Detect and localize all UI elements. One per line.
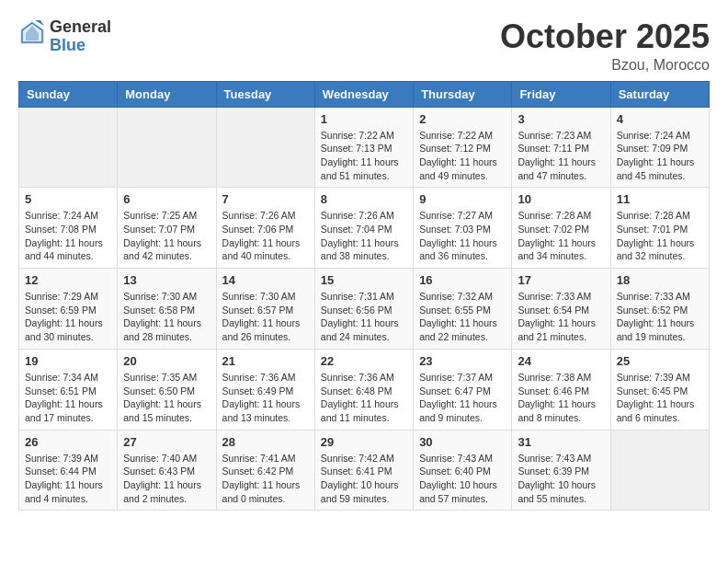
cell-week5-day2: 27Sunrise: 7:40 AM Sunset: 6:43 PM Dayli… (118, 430, 216, 511)
day-info: Sunrise: 7:27 AM Sunset: 7:03 PM Dayligh… (419, 209, 506, 263)
day-number: 1 (321, 112, 407, 126)
cell-week4-day4: 22Sunrise: 7:36 AM Sunset: 6:48 PM Dayli… (314, 349, 413, 430)
day-info: Sunrise: 7:39 AM Sunset: 6:44 PM Dayligh… (25, 452, 111, 506)
cell-week3-day3: 14Sunrise: 7:30 AM Sunset: 6:57 PM Dayli… (216, 269, 314, 350)
day-info: Sunrise: 7:31 AM Sunset: 6:56 PM Dayligh… (321, 290, 407, 344)
day-number: 25 (617, 354, 703, 368)
cell-week2-day2: 6Sunrise: 7:25 AM Sunset: 7:07 PM Daylig… (118, 188, 216, 269)
week-row-1: 1Sunrise: 7:22 AM Sunset: 7:13 PM Daylig… (19, 107, 710, 188)
day-number: 4 (617, 112, 703, 126)
day-number: 29 (321, 435, 407, 449)
cell-week1-day3 (216, 107, 314, 188)
cell-week2-day5: 9Sunrise: 7:27 AM Sunset: 7:03 PM Daylig… (414, 188, 512, 269)
cell-week5-day1: 26Sunrise: 7:39 AM Sunset: 6:44 PM Dayli… (19, 430, 118, 511)
cell-week3-day7: 18Sunrise: 7:33 AM Sunset: 6:52 PM Dayli… (610, 269, 709, 350)
header-sunday: Sunday (19, 81, 118, 107)
day-number: 26 (25, 435, 111, 449)
day-info: Sunrise: 7:28 AM Sunset: 7:01 PM Dayligh… (617, 209, 703, 263)
day-number: 6 (123, 192, 210, 206)
cell-week1-day4: 1Sunrise: 7:22 AM Sunset: 7:13 PM Daylig… (314, 107, 413, 188)
logo-icon (18, 18, 46, 46)
day-info: Sunrise: 7:36 AM Sunset: 6:48 PM Dayligh… (321, 371, 407, 425)
header-tuesday: Tuesday (216, 81, 314, 107)
day-info: Sunrise: 7:43 AM Sunset: 6:40 PM Dayligh… (419, 452, 506, 506)
cell-week4-day3: 21Sunrise: 7:36 AM Sunset: 6:49 PM Dayli… (216, 349, 314, 430)
day-number: 9 (419, 192, 506, 206)
cell-week1-day7: 4Sunrise: 7:24 AM Sunset: 7:09 PM Daylig… (610, 107, 709, 188)
header: General Blue October 2025 Bzou, Morocco (18, 18, 710, 74)
day-number: 31 (518, 435, 604, 449)
day-number: 5 (25, 192, 111, 206)
location: Bzou, Morocco (500, 57, 710, 74)
cell-week5-day7 (610, 430, 709, 511)
page: General Blue October 2025 Bzou, Morocco … (0, 0, 728, 529)
logo-text: General Blue (50, 18, 111, 55)
cell-week1-day2 (118, 107, 216, 188)
day-number: 3 (518, 112, 604, 126)
cell-week3-day6: 17Sunrise: 7:33 AM Sunset: 6:54 PM Dayli… (512, 269, 610, 350)
cell-week4-day7: 25Sunrise: 7:39 AM Sunset: 6:45 PM Dayli… (610, 349, 709, 430)
cell-week3-day2: 13Sunrise: 7:30 AM Sunset: 6:58 PM Dayli… (118, 269, 216, 350)
logo-blue-text: Blue (50, 37, 111, 55)
day-info: Sunrise: 7:26 AM Sunset: 7:06 PM Dayligh… (222, 209, 309, 263)
cell-week5-day6: 31Sunrise: 7:43 AM Sunset: 6:39 PM Dayli… (512, 430, 610, 511)
day-info: Sunrise: 7:34 AM Sunset: 6:51 PM Dayligh… (25, 371, 111, 425)
header-saturday: Saturday (610, 81, 709, 107)
cell-week2-day7: 11Sunrise: 7:28 AM Sunset: 7:01 PM Dayli… (610, 188, 709, 269)
day-number: 21 (222, 354, 309, 368)
cell-week4-day1: 19Sunrise: 7:34 AM Sunset: 6:51 PM Dayli… (19, 349, 118, 430)
month-title: October 2025 (500, 18, 710, 55)
day-info: Sunrise: 7:26 AM Sunset: 7:04 PM Dayligh… (321, 209, 407, 263)
week-row-2: 5Sunrise: 7:24 AM Sunset: 7:08 PM Daylig… (19, 188, 710, 269)
cell-week2-day3: 7Sunrise: 7:26 AM Sunset: 7:06 PM Daylig… (216, 188, 314, 269)
weekday-header-row: Sunday Monday Tuesday Wednesday Thursday… (19, 81, 710, 107)
day-info: Sunrise: 7:22 AM Sunset: 7:13 PM Dayligh… (321, 129, 407, 183)
cell-week3-day5: 16Sunrise: 7:32 AM Sunset: 6:55 PM Dayli… (414, 269, 512, 350)
day-info: Sunrise: 7:24 AM Sunset: 7:09 PM Dayligh… (617, 129, 703, 183)
day-info: Sunrise: 7:23 AM Sunset: 7:11 PM Dayligh… (518, 129, 604, 183)
day-info: Sunrise: 7:42 AM Sunset: 6:41 PM Dayligh… (321, 452, 407, 506)
week-row-4: 19Sunrise: 7:34 AM Sunset: 6:51 PM Dayli… (19, 349, 710, 430)
day-number: 20 (123, 354, 210, 368)
day-number: 14 (222, 273, 309, 287)
day-number: 30 (419, 435, 506, 449)
day-number: 22 (321, 354, 407, 368)
day-info: Sunrise: 7:29 AM Sunset: 6:59 PM Dayligh… (25, 290, 111, 344)
cell-week1-day1 (19, 107, 118, 188)
cell-week4-day5: 23Sunrise: 7:37 AM Sunset: 6:47 PM Dayli… (414, 349, 512, 430)
day-number: 17 (518, 273, 604, 287)
day-number: 28 (222, 435, 309, 449)
day-info: Sunrise: 7:37 AM Sunset: 6:47 PM Dayligh… (419, 371, 506, 425)
day-number: 8 (321, 192, 407, 206)
day-number: 27 (123, 435, 210, 449)
day-number: 24 (518, 354, 604, 368)
day-info: Sunrise: 7:28 AM Sunset: 7:02 PM Dayligh… (518, 209, 604, 263)
day-number: 11 (617, 192, 703, 206)
day-info: Sunrise: 7:30 AM Sunset: 6:57 PM Dayligh… (222, 290, 309, 344)
header-wednesday: Wednesday (314, 81, 413, 107)
cell-week5-day4: 29Sunrise: 7:42 AM Sunset: 6:41 PM Dayli… (314, 430, 413, 511)
day-number: 23 (419, 354, 506, 368)
day-number: 10 (518, 192, 604, 206)
day-info: Sunrise: 7:33 AM Sunset: 6:52 PM Dayligh… (617, 290, 703, 344)
day-info: Sunrise: 7:35 AM Sunset: 6:50 PM Dayligh… (123, 371, 210, 425)
day-info: Sunrise: 7:36 AM Sunset: 6:49 PM Dayligh… (222, 371, 309, 425)
day-number: 16 (419, 273, 506, 287)
cell-week1-day6: 3Sunrise: 7:23 AM Sunset: 7:11 PM Daylig… (512, 107, 610, 188)
day-info: Sunrise: 7:38 AM Sunset: 6:46 PM Dayligh… (518, 371, 604, 425)
week-row-5: 26Sunrise: 7:39 AM Sunset: 6:44 PM Dayli… (19, 430, 710, 511)
day-info: Sunrise: 7:41 AM Sunset: 6:42 PM Dayligh… (222, 452, 309, 506)
day-info: Sunrise: 7:24 AM Sunset: 7:08 PM Dayligh… (25, 209, 111, 263)
cell-week3-day4: 15Sunrise: 7:31 AM Sunset: 6:56 PM Dayli… (314, 269, 413, 350)
day-number: 7 (222, 192, 309, 206)
calendar: Sunday Monday Tuesday Wednesday Thursday… (18, 81, 710, 511)
day-info: Sunrise: 7:40 AM Sunset: 6:43 PM Dayligh… (123, 452, 210, 506)
title-block: October 2025 Bzou, Morocco (500, 18, 710, 74)
cell-week2-day1: 5Sunrise: 7:24 AM Sunset: 7:08 PM Daylig… (19, 188, 118, 269)
day-info: Sunrise: 7:22 AM Sunset: 7:12 PM Dayligh… (419, 129, 506, 183)
cell-week5-day3: 28Sunrise: 7:41 AM Sunset: 6:42 PM Dayli… (216, 430, 314, 511)
logo: General Blue (18, 18, 111, 55)
cell-week4-day2: 20Sunrise: 7:35 AM Sunset: 6:50 PM Dayli… (118, 349, 216, 430)
day-number: 19 (25, 354, 111, 368)
cell-week5-day5: 30Sunrise: 7:43 AM Sunset: 6:40 PM Dayli… (414, 430, 512, 511)
